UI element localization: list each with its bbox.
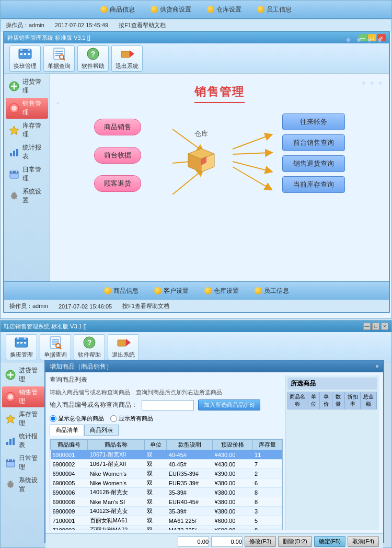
table-row[interactable]: 6900005Nike Women's双EUR35-39#¥380.006 (51, 478, 282, 488)
plus-icon (9, 81, 19, 92)
svg-line-55 (60, 347, 61, 349)
sidebar-item-settings-2[interactable]: 系统设置 (2, 474, 44, 495)
show-main-warehouse-radio[interactable]: 显示总仓库的商品 (50, 415, 104, 423)
current-inventory-query-box[interactable]: 当前库存查询 (282, 176, 345, 193)
nav-item-supplier[interactable]: 供货商设置 (151, 5, 191, 14)
svg-rect-2 (28, 48, 30, 51)
confirm-button[interactable]: 确定(F5) (314, 536, 345, 547)
right-col-unit: 单位 (307, 392, 320, 409)
nav-item-goods[interactable]: 商品信息 (100, 5, 135, 14)
software-help-button-2[interactable]: ? 软件帮助 (74, 334, 105, 360)
customer-return-box[interactable]: 顾客退货 (94, 175, 141, 192)
product-search-input[interactable] (142, 400, 194, 410)
inner-window-top: 鞋店销售管理系统 标准版 V3.1 [] — □ × 换班管理 单据查询 (3, 31, 390, 313)
nav-dot-goods (100, 6, 108, 13)
svg-rect-66 (6, 442, 8, 445)
exit-icon (119, 47, 135, 61)
exit-system-button[interactable]: 退出系统 (111, 45, 143, 72)
col-header-price: 预设价格 (213, 440, 252, 450)
goods-sales-box[interactable]: 商品销售 (94, 119, 141, 135)
table-row[interactable]: 6900008Nike Man's SI双EUR40-45#¥380.008 (51, 497, 282, 507)
svg-rect-15 (121, 51, 130, 58)
show-all-radio[interactable]: 显示所有商品 (110, 415, 153, 423)
shift-management-button[interactable]: 换班管理 (9, 45, 41, 72)
exit-system-button-2[interactable]: 退出系统 (108, 334, 139, 360)
tab-product-list[interactable]: 商品清单 (50, 425, 84, 436)
search-section-label: 查询商品列表 (50, 375, 283, 384)
close-button[interactable]: × (377, 34, 386, 41)
calendar-icon (9, 168, 19, 180)
sidebar-item-inventory[interactable]: 库存管理 (6, 120, 48, 141)
plus-icon-2 (5, 369, 16, 381)
sales-return-query-box[interactable]: 销售退货查询 (282, 155, 345, 172)
accounts-box[interactable]: 往来帐务 (282, 113, 345, 130)
query-icon (51, 47, 67, 61)
document-query-button[interactable]: 单据查询 (43, 45, 75, 72)
nav-item-staff[interactable]: 员工信息 (257, 5, 292, 14)
table-row[interactable]: 690000110671-耐克XII双40-45#¥430.0011 (51, 450, 282, 460)
help-icon-2: ? (82, 335, 97, 350)
software-help-button[interactable]: ? 软件帮助 (77, 45, 109, 72)
sidebar-item-purchase[interactable]: 进货管理 (6, 76, 48, 97)
sidebar-item-inventory-2[interactable]: 库存管理 (2, 408, 44, 429)
second-minimize-button[interactable]: — (363, 323, 371, 330)
right-col-discount: 折扣率 (344, 392, 361, 409)
sidebar-item-stats[interactable]: 统计报表 (6, 142, 48, 163)
second-close-button[interactable]: × (381, 323, 388, 330)
svg-text:?: ? (87, 338, 92, 347)
bottom-nav-goods[interactable]: 商品信息 (104, 287, 139, 295)
svg-point-64 (8, 394, 13, 399)
sidebar-item-sales-2[interactable]: 销售管理 (2, 386, 44, 407)
bottom-nav-warehouse[interactable]: 仓库设置 (204, 287, 239, 295)
document-query-button-2[interactable]: 单据查询 (40, 334, 71, 360)
shift-management-button-2[interactable]: 换班管理 (6, 334, 37, 360)
diagram-title: 销售管理 (194, 84, 245, 103)
minimize-button[interactable]: — (359, 34, 367, 41)
table-row[interactable]: 7100002百丽女鞋MA72双MA72 225/¥600.008 (51, 526, 282, 531)
bottom-nav-dot-goods (104, 287, 111, 294)
dialog-close-button[interactable]: × (375, 363, 379, 370)
calendar-icon-2 (5, 457, 16, 469)
delete-button[interactable]: 删除(D:2) (278, 536, 312, 547)
exit-icon-2 (116, 335, 131, 350)
sidebar-item-sales[interactable]: 销售管理 (6, 98, 48, 119)
product-table-container[interactable]: 商品编号 商品名称 单位 款型说明 预设价格 库存量 690000110671-… (50, 439, 283, 530)
bottom-nav-customer[interactable]: 客户设置 (154, 287, 189, 295)
maximize-button[interactable]: □ (368, 34, 376, 41)
amount-input-2[interactable] (211, 536, 243, 547)
toolbar-top: 换班管理 单据查询 ? 软件帮助 退出系统 ✦ ✦ ✦ (4, 43, 389, 74)
sidebar-item-daily[interactable]: 日常管理 (6, 164, 48, 185)
shift-icon (17, 47, 33, 61)
front-sales-query-box[interactable]: 前台销售查询 (282, 134, 345, 151)
svg-line-37 (233, 162, 269, 171)
inner-window-controls: — □ × (359, 34, 386, 41)
cancel-button[interactable]: 取消(F4) (348, 536, 379, 547)
add-to-selected-button[interactable]: 加入所选商品品(F8) (198, 399, 260, 410)
sidebar-item-daily-2[interactable]: 日常管理 (2, 452, 44, 473)
table-row[interactable]: 6900009140123-耐克女双35-39#¥380.003 (51, 507, 282, 516)
svg-line-12 (63, 59, 65, 60)
svg-rect-5 (24, 53, 26, 55)
second-window-controls: — □ × (363, 323, 388, 330)
sidebar-item-stats-2[interactable]: 统计报表 (2, 430, 44, 451)
star-icon-2 (5, 413, 16, 425)
front-receipt-box[interactable]: 前台收据 (94, 147, 141, 164)
table-row[interactable]: 690000210671-耐克XII双40-45#¥430.007 (51, 460, 282, 469)
modify-button[interactable]: 修改(F3) (245, 536, 276, 547)
table-row[interactable]: 6900006140128-耐克女双35-39#¥380.008 (51, 488, 282, 497)
sidebar-item-settings[interactable]: 系统设置 (6, 186, 48, 207)
right-col-price: 单价 (320, 392, 332, 409)
nav-item-warehouse[interactable]: 仓库设置 (207, 5, 241, 14)
gear-icon-2 (5, 479, 16, 490)
table-row[interactable]: 6900004Nike Women's双EUR35-39#¥390.002 (51, 469, 282, 478)
tab-product-catalog[interactable]: 商品列表 (84, 425, 119, 436)
amount-input-1[interactable] (178, 536, 209, 547)
svg-rect-1 (20, 48, 22, 51)
svg-rect-7 (54, 48, 64, 60)
svg-rect-44 (17, 337, 19, 339)
bottom-nav-staff[interactable]: 员工信息 (255, 287, 289, 295)
table-row[interactable]: 7100001百丽女鞋MA61双MA61 225/¥600.005 (51, 516, 282, 526)
nav-dot-warehouse (207, 6, 214, 13)
second-maximize-button[interactable]: □ (372, 323, 379, 330)
sidebar-item-purchase-2[interactable]: 进货管理 (2, 364, 44, 385)
